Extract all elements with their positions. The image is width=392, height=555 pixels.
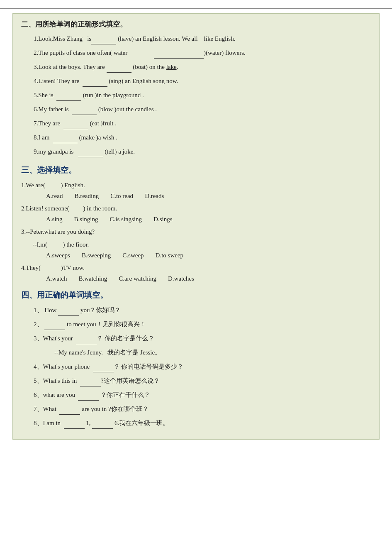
s4-q3-num: 3、What's your [34, 335, 76, 342]
s3-q1-choices: A.read B.reading C.to read D.reads [46, 193, 371, 200]
section-4-title: 四、用正确的单词填空。 [21, 290, 371, 301]
s3-q3-sub: --I,m( ) the fioor. [29, 239, 371, 250]
s4-q4-after: ？ 你的电话号码是多少？ [114, 363, 184, 370]
s4-q1-blank[interactable] [58, 308, 79, 316]
q2-7-after: (eat )fruit . [88, 120, 117, 127]
question-2-8: 8.I am (make )a wish . [34, 132, 371, 143]
s3-q4-choiceD[interactable]: D.watches [168, 275, 194, 282]
s3-q4-choiceB[interactable]: B.watching [78, 275, 107, 282]
s4-q3-sub: --My name's Jenny. 我的名字是 Jessie。 [54, 349, 161, 356]
s3-q1-choiceC[interactable]: C.to read [110, 193, 133, 200]
section3-q4: 4.They( )TV now. A.watch B.watching C.ar… [21, 262, 371, 282]
s4-q7-after: are you in ?你在哪个班？ [80, 406, 148, 412]
s3-q1-stem: 1.We are( ) English. [21, 180, 371, 191]
s4-q5-after: ?这个用英语怎么说？ [101, 377, 160, 384]
section4-q6: 6、what are you ？你正在干什么？ [34, 389, 371, 401]
s4-q3-after: ？ 你的名字是什么？ [97, 335, 154, 342]
section4-q5: 5、What's this in ?这个用英语怎么说？ [34, 375, 371, 386]
s4-q8-after: 6.我在六年级一班。 [113, 420, 169, 426]
s4-q5-blank[interactable] [80, 379, 101, 386]
question-2-6: 6.My father is (blow )out the candles . [34, 104, 371, 115]
q2-3-blank[interactable] [107, 65, 131, 73]
s4-q8-blank1[interactable] [64, 421, 85, 429]
s4-q4-num: 4、What's your phone [34, 363, 93, 370]
s3-q3-choiceB[interactable]: B.sweeping [82, 252, 111, 259]
section4-q3-sub: --My name's Jenny. 我的名字是 Jessie。 [54, 347, 371, 358]
s3-q4-stem: 4.They( )TV now. [21, 262, 371, 274]
q2-1-num: 1.Look,Miss Zhang is [34, 35, 91, 42]
question-2-7: 7.They are (eat )fruit . [34, 118, 371, 129]
section3-q3: 3.--Peter,what are you doing? --I,m( ) t… [21, 226, 371, 259]
q2-6-after: (blow )out the candles . [97, 106, 157, 112]
q2-3-text: 3.Look at the boys. They are [34, 64, 107, 70]
q2-8-text: 8.I am [34, 134, 53, 141]
q2-8-blank[interactable] [53, 136, 78, 143]
q2-1-after: (have) an English lesson. We all like En… [116, 35, 235, 42]
s3-q4-choiceA[interactable]: A.watch [46, 275, 67, 282]
section4-q3: 3、What's your ？ 你的名字是什么？ [34, 333, 371, 344]
q2-9-blank[interactable] [78, 150, 103, 157]
q2-2-after: )(water) flowers. [204, 49, 246, 56]
s4-q6-blank[interactable] [78, 393, 99, 401]
q2-2-text: 2.The pupils of class one often( water [34, 49, 154, 56]
q2-5-text: 5.She is [34, 92, 56, 98]
section-2-title: 二、用所给单词的正确形式填空。 [21, 20, 371, 29]
s4-q5-num: 5、What's this in [34, 377, 80, 384]
question-2-3: 3.Look at the boys. They are (boat) on t… [34, 61, 371, 73]
s3-q1-choiceB[interactable]: B.reading [74, 193, 99, 200]
q2-7-text: 7.They are [34, 120, 63, 127]
s4-q2-blank[interactable] [44, 323, 65, 330]
q2-8-after: (make )a wish . [78, 134, 117, 141]
section4-q7: 7、What are you in ?你在哪个班？ [34, 403, 371, 415]
section4-q2: 2、 to meet you！见到你很高兴！ [34, 319, 371, 330]
section3-q1: 1.We are( ) English. A.read B.reading C.… [21, 180, 371, 200]
s3-q2-choices: A.sing B.singing C.is singsing D.sings [46, 216, 371, 223]
s4-q6-after: ？你正在干什么？ [99, 391, 150, 398]
q2-2-blank[interactable] [154, 51, 204, 59]
section3-q2: 2.Listen! someone( ) in the room. A.sing… [21, 203, 371, 223]
s3-q1-choiceD[interactable]: D.reads [145, 193, 164, 200]
s3-q2-choiceC[interactable]: C.is singsing [110, 216, 142, 223]
s4-q1-after: you？你好吗？ [79, 307, 121, 313]
section4-q4: 4、What's your phone ？ 你的电话号码是多少？ [34, 361, 371, 372]
q2-9-text: 9.my grandpa is [34, 148, 78, 155]
s4-q7-blank[interactable] [59, 407, 80, 415]
section4-q1: 1、 How you？你好吗？ [34, 305, 371, 316]
s4-q8-mid: 1, [85, 420, 93, 426]
s3-q3-choiceD[interactable]: D.to sweep [156, 252, 184, 259]
question-2-1: 1.Look,Miss Zhang is (have) an English l… [34, 33, 371, 44]
s4-q7-num: 7、What [34, 406, 59, 412]
s3-q2-choiceB[interactable]: B.singing [74, 216, 98, 223]
q2-1-blank[interactable] [91, 37, 116, 44]
q2-6-blank[interactable] [72, 108, 97, 115]
q2-4-after: (sing) an English song now. [107, 78, 178, 84]
question-2-9: 9.my grandpa is (tell) a joke. [34, 146, 371, 157]
q2-5-after: (run )in the playground . [81, 92, 144, 98]
s3-q3-stem: 3.--Peter,what are you doing? [21, 226, 371, 237]
s4-q8-num: 8、I am in [34, 420, 64, 426]
q2-5-blank[interactable] [56, 93, 81, 101]
section4-q8: 8、I am in 1, 6.我在六年级一班。 [34, 418, 371, 429]
s3-q3-choiceC[interactable]: C.sweep [122, 252, 144, 259]
s4-q1-num: 1、 How [34, 307, 58, 313]
s3-q2-choiceA[interactable]: A.sing [46, 216, 63, 223]
s3-q3-choiceA[interactable]: A.sweeps [46, 252, 70, 259]
s4-q6-num: 6、what are you [34, 391, 78, 398]
q2-7-blank[interactable] [63, 122, 88, 129]
section-2: 二、用所给单词的正确形式填空。 1.Look,Miss Zhang is (ha… [12, 13, 380, 440]
s3-q1-choiceA[interactable]: A.read [46, 193, 63, 200]
question-2-2: 2.The pupils of class one often( water )… [34, 47, 371, 59]
s3-q4-choices: A.watch B.watching C.are watching D.watc… [46, 275, 371, 282]
page: 二、用所给单词的正确形式填空。 1.Look,Miss Zhang is (ha… [0, 0, 392, 555]
s3-q4-choiceC[interactable]: C.are watching [119, 275, 156, 282]
s4-q8-blank2[interactable] [92, 421, 113, 429]
section-3-title: 三、选择填空。 [21, 165, 371, 176]
s4-q2-after: to meet you！见到你很高兴！ [65, 321, 146, 328]
s4-q3-blank[interactable] [76, 337, 97, 344]
q2-4-blank[interactable] [83, 79, 107, 87]
q2-6-text: 6.My father is [34, 106, 72, 112]
q2-4-text: 4.Listen! They are [34, 78, 83, 84]
question-2-4: 4.Listen! They are (sing) an English son… [34, 76, 371, 87]
s3-q2-choiceD[interactable]: D.sings [153, 216, 172, 223]
s4-q4-blank[interactable] [93, 365, 114, 372]
